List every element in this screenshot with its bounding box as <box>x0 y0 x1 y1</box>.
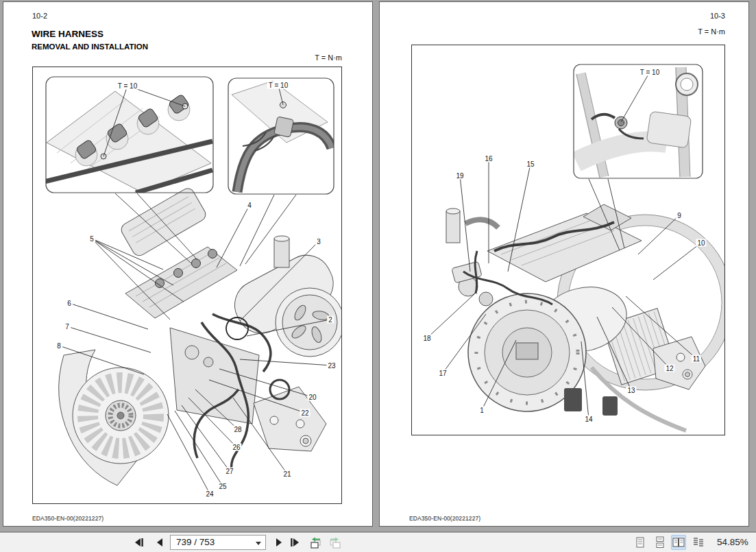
page-number: 10-2 <box>32 12 47 20</box>
callout-13: 13 <box>626 387 636 394</box>
page-title: WIRE HARNESS <box>32 29 103 39</box>
callout-25: 25 <box>217 483 228 490</box>
callout-2: 2 <box>327 316 334 324</box>
callout-3: 3 <box>315 238 322 245</box>
callout-T=10: T = 10 <box>117 82 138 90</box>
callout-11: 11 <box>692 355 701 363</box>
single-page-icon <box>634 536 646 549</box>
previous-view-button[interactable] <box>308 536 323 549</box>
previous-page-button[interactable] <box>153 536 168 549</box>
callout-4: 4 <box>246 202 253 209</box>
callout-24: 24 <box>204 490 215 498</box>
callout-6: 6 <box>66 300 73 307</box>
callout-9: 9 <box>676 212 683 219</box>
page-footer: EDA350-EN-00(20221227) <box>409 515 480 522</box>
figure-right: T = 101916159101112131411718 <box>411 45 725 435</box>
callout-leader-lines <box>33 67 341 503</box>
page-number: 10-3 <box>411 12 725 20</box>
callout-22: 22 <box>300 409 310 417</box>
continuous-page-icon <box>654 536 666 549</box>
callout-26: 26 <box>231 444 241 451</box>
callout-17: 17 <box>437 370 448 377</box>
dropdown-caret-icon[interactable] <box>256 542 261 545</box>
callout-23: 23 <box>326 362 337 370</box>
figure-left: T = 10T = 105678432232022212826272524 <box>32 67 342 504</box>
page-subtitle: REMOVAL AND INSTALLATION <box>32 43 148 51</box>
previous-view-icon <box>308 536 323 549</box>
single-page-view-button[interactable] <box>633 535 648 550</box>
status-toolbar: 739 / 753 <box>0 533 756 552</box>
callout-leader-lines <box>412 45 724 435</box>
continuous-facing-icon <box>692 536 705 549</box>
callout-T=10: T = 10 <box>639 69 661 76</box>
pdf-viewer: 10-2 WIRE HARNESS REMOVAL AND INSTALLATI… <box>0 0 756 552</box>
callout-15: 15 <box>525 160 535 168</box>
document-area: 10-2 WIRE HARNESS REMOVAL AND INSTALLATI… <box>0 0 756 532</box>
callout-7: 7 <box>64 323 71 331</box>
continuous-view-button[interactable] <box>653 535 668 550</box>
page-left: 10-2 WIRE HARNESS REMOVAL AND INSTALLATI… <box>3 1 373 527</box>
next-view-button[interactable] <box>327 536 342 549</box>
callout-14: 14 <box>583 416 594 423</box>
callout-10: 10 <box>696 239 706 247</box>
next-page-icon <box>272 536 284 549</box>
callout-18: 18 <box>422 335 432 342</box>
callout-1: 1 <box>478 407 485 414</box>
callout-8: 8 <box>56 342 62 350</box>
facing-pages-icon <box>672 536 685 549</box>
page-number-value: 739 / 753 <box>176 537 215 547</box>
torque-note: T = N·m <box>32 53 342 62</box>
callout-19: 19 <box>454 172 465 180</box>
next-page-button[interactable] <box>271 536 286 549</box>
next-view-icon <box>328 536 342 549</box>
first-page-button[interactable] <box>132 536 147 549</box>
callout-21: 21 <box>282 470 292 478</box>
zoom-level: 54.85% <box>717 537 748 547</box>
first-page-icon <box>133 536 145 549</box>
callout-T=10: T = 10 <box>267 82 289 89</box>
torque-note: T = N·m <box>411 27 725 36</box>
last-page-button[interactable] <box>287 536 302 549</box>
facing-view-button[interactable] <box>671 535 686 550</box>
callout-12: 12 <box>664 365 674 372</box>
page-right: 10-3 T = N·m <box>379 1 749 527</box>
callout-28: 28 <box>232 426 243 433</box>
callout-5: 5 <box>88 235 95 243</box>
page-number-field[interactable]: 739 / 753 <box>170 535 266 550</box>
last-page-icon <box>289 536 301 549</box>
callout-27: 27 <box>224 468 234 475</box>
previous-page-icon <box>154 536 167 549</box>
continuous-facing-view-button[interactable] <box>691 535 706 550</box>
page-footer: EDA350-EN-00(20221227) <box>32 515 103 522</box>
callout-20: 20 <box>307 394 317 401</box>
callout-16: 16 <box>483 155 493 163</box>
